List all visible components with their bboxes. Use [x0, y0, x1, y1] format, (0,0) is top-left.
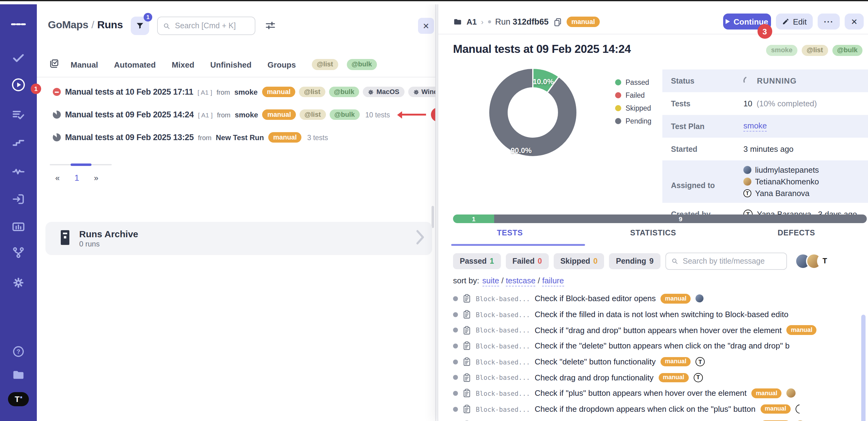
- check-icon[interactable]: [11, 50, 26, 65]
- test-row[interactable]: Block-based... Check if the filled in da…: [438, 306, 868, 322]
- user-avatar: [743, 189, 751, 197]
- pagination-prev[interactable]: «: [55, 173, 60, 182]
- legend-item: Failed: [615, 88, 651, 102]
- filter-button[interactable]: 1: [131, 17, 149, 35]
- info-row-test-plan: Test Plan smoke: [662, 115, 868, 138]
- detail-tab[interactable]: TESTS: [438, 229, 582, 237]
- run-badge: manual: [262, 86, 295, 97]
- run-source[interactable]: smoke: [234, 88, 257, 96]
- test-status-dot: [453, 391, 458, 396]
- help-icon[interactable]: ?: [11, 344, 26, 359]
- run-row[interactable]: Manual tests at 09 Feb 2025 13:25 from N…: [37, 126, 435, 149]
- run-title-badges: smoke@list@bulk: [766, 45, 863, 56]
- run-source[interactable]: New Test Run: [216, 133, 264, 142]
- assigned-user[interactable]: TetianaKhomenko: [743, 176, 819, 188]
- run-status-icon: [53, 111, 61, 119]
- test-title[interactable]: Check if the "delete" button appears whe…: [535, 341, 789, 350]
- tag-filter-badge[interactable]: @list: [312, 59, 338, 70]
- run-type-tab[interactable]: Manual: [71, 60, 98, 69]
- tag-filter-badge[interactable]: @bulk: [346, 59, 377, 70]
- status-filter-chip[interactable]: Pending9: [609, 253, 660, 269]
- runs-archive-card[interactable]: Runs Archive 0 runs: [45, 222, 432, 255]
- more-button[interactable]: ···: [818, 13, 840, 29]
- detail-tab[interactable]: DEFECTS: [725, 229, 868, 237]
- user-avatar-logo[interactable]: T: [8, 392, 29, 406]
- pagination: « 1 »: [55, 173, 98, 183]
- test-row[interactable]: Block-based... Check drag and drop funct…: [438, 370, 868, 385]
- status-filter-chip[interactable]: Passed1: [453, 253, 501, 269]
- settings-gear-icon[interactable]: [11, 275, 26, 290]
- pagination-next[interactable]: »: [94, 173, 98, 182]
- close-button[interactable]: ✕: [845, 13, 864, 29]
- run-badge: @list: [299, 86, 326, 97]
- menu-icon[interactable]: [11, 17, 26, 31]
- assigned-user[interactable]: liudmylastepanets: [743, 164, 819, 176]
- run-type-tab[interactable]: Mixed: [172, 60, 194, 69]
- steps-icon[interactable]: [11, 135, 26, 150]
- list-check-icon[interactable]: [11, 108, 26, 122]
- test-row[interactable]: Block-based... Check if the dropdown app…: [438, 417, 868, 421]
- panel-close-button[interactable]: ✕: [418, 18, 434, 34]
- test-row[interactable]: Block-based... Check if Block-based edit…: [438, 291, 868, 306]
- test-row[interactable]: Block-based... Check if the dropdown app…: [438, 401, 868, 417]
- run-badge: MacOS: [363, 86, 404, 97]
- test-row[interactable]: Block-based... Check if "plus" button ap…: [438, 385, 868, 401]
- list-scroll-indicator[interactable]: [50, 164, 112, 165]
- test-title[interactable]: Check if the filled in data is not lost …: [535, 310, 788, 319]
- select-all-icon[interactable]: [49, 58, 60, 71]
- run-title[interactable]: Manual tests at 09 Feb 2025 13:25: [65, 133, 194, 142]
- clipboard-icon: [463, 389, 471, 398]
- test-row[interactable]: Block-based... Check "delete" button fun…: [438, 354, 868, 370]
- sort-option-link[interactable]: failure: [542, 276, 564, 285]
- display-settings-icon[interactable]: [265, 21, 276, 33]
- legend-item: Skipped: [615, 102, 651, 114]
- test-title[interactable]: Check if "drag and drop" button appears …: [535, 326, 782, 335]
- breadcrumb-suite[interactable]: A1: [467, 17, 477, 26]
- run-title[interactable]: Manual tests at 10 Feb 2025 17:11: [65, 87, 193, 96]
- project-name[interactable]: GoMaps: [48, 19, 88, 31]
- folder-icon[interactable]: [11, 367, 26, 382]
- active-tab-underline: [451, 244, 585, 246]
- run-row[interactable]: Manual tests at 09 Feb 2025 14:24 [ A1 ]…: [37, 103, 435, 126]
- annotation-number: 2: [431, 108, 436, 122]
- detail-tab[interactable]: STATISTICS: [582, 229, 725, 237]
- pagination-current-page[interactable]: 1: [74, 173, 79, 183]
- search-input[interactable]: [174, 21, 249, 31]
- left-scrollbar[interactable]: [432, 206, 434, 228]
- import-icon[interactable]: [11, 192, 26, 206]
- run-row[interactable]: Manual tests at 10 Feb 2025 17:11 [ A1 ]…: [37, 81, 435, 103]
- tests-search-input[interactable]: [682, 256, 781, 266]
- activity-icon[interactable]: [11, 164, 26, 179]
- runs-play-icon[interactable]: 1: [11, 78, 26, 92]
- run-source[interactable]: smoke: [235, 110, 258, 119]
- run-detail-panel: A1 › Run 312dfb65 manual Continue 3 Edit…: [438, 3, 868, 421]
- run-type-tab[interactable]: Unfinished: [210, 60, 251, 69]
- test-row[interactable]: Block-based... Check if "drag and drop" …: [438, 322, 868, 338]
- status-filter-chip[interactable]: Failed0: [505, 253, 549, 269]
- breadcrumb: GoMaps/Runs: [48, 19, 123, 31]
- test-title[interactable]: Check if "plus" button appears when hove…: [535, 389, 747, 398]
- test-plan-link[interactable]: smoke: [743, 121, 767, 132]
- status-filter-chip[interactable]: Skipped0: [554, 253, 604, 269]
- edit-button[interactable]: Edit: [776, 13, 813, 29]
- sort-option-link[interactable]: suite: [482, 276, 506, 285]
- test-title[interactable]: Check if Block-based editor opens: [535, 294, 656, 303]
- test-title[interactable]: Check "delete" button functionality: [535, 357, 656, 366]
- test-type-badge: manual: [752, 388, 782, 398]
- copy-icon[interactable]: [553, 17, 562, 27]
- test-row[interactable]: Block-based... Check if the "delete" but…: [438, 338, 868, 354]
- run-type-tab[interactable]: Automated: [114, 60, 156, 69]
- branch-icon[interactable]: [11, 245, 26, 260]
- sort-option-link[interactable]: testcase: [506, 276, 542, 285]
- run-type-tab[interactable]: Groups: [267, 60, 296, 69]
- logo-t-avatar: T: [8, 392, 29, 406]
- dashboard-icon[interactable]: [11, 219, 26, 234]
- test-title[interactable]: Check drag and drop functionality: [535, 373, 653, 382]
- annotation-arrow-icon: [399, 114, 426, 116]
- test-title[interactable]: Check if the dropdown appears when click…: [535, 404, 755, 414]
- run-title[interactable]: Manual tests at 09 Feb 2025 14:24: [65, 110, 194, 119]
- right-scrollbar[interactable]: [861, 315, 866, 421]
- continue-button[interactable]: Continue 3: [723, 13, 771, 29]
- assigned-user[interactable]: Yana Baranova: [743, 188, 819, 199]
- run-badge: Windows: [408, 86, 436, 97]
